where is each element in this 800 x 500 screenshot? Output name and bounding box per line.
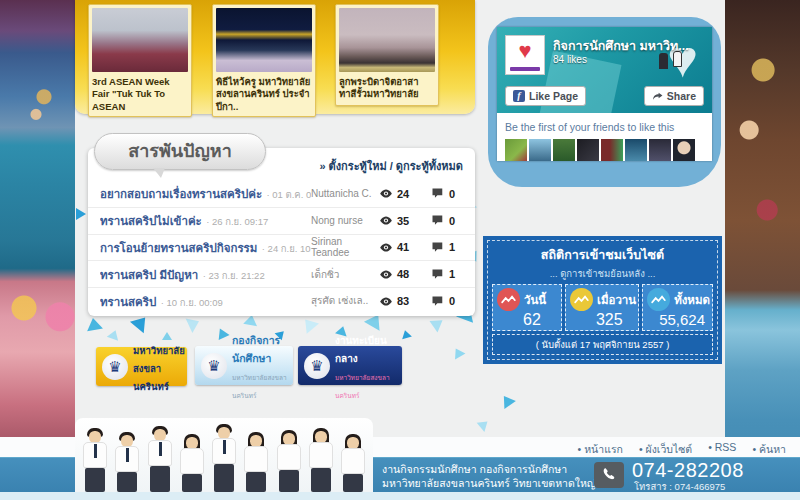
topic-date: 10 ก.ย. 00:09	[161, 297, 223, 308]
facebook-widget-container: ♥ ♥ กิจการนักศึกษา มหาวิท... 84 likes f …	[488, 17, 721, 187]
banner-registration[interactable]: ♛ งานทะเบียนกลาง มหาวิทยาลัยสงขลานครินทร…	[298, 346, 402, 385]
footer-address-line2: มหาวิทยาลัยสงขลานครินทร์ วิทยาเขตหาดใหญ่	[382, 477, 596, 489]
friend-avatar[interactable]	[577, 139, 599, 161]
student-figure	[307, 428, 335, 492]
footer-nav: หน้าแรก ผังเว็บไซต์ RSS ค้นหา	[578, 441, 786, 458]
footer-nav-search[interactable]: ค้นหา	[752, 441, 786, 458]
stat-chart-icon	[497, 288, 520, 311]
comment-icon	[431, 269, 445, 280]
topic-row[interactable]: ทรานสคริป 10 ก.ย. 00:09 สุรศัด เซ่งเล.. …	[88, 287, 475, 314]
news-thumbnail	[92, 8, 188, 72]
phone-icon	[594, 462, 624, 488]
psu-crest-icon: ♛	[304, 353, 330, 379]
topic-date: 23 ก.ย. 21:22	[203, 270, 265, 281]
topic-title[interactable]: อยากสอบถามเรื่องทรานสคริปค่ะ	[100, 188, 262, 200]
footer-address: งานกิจกรรมนักศึกษา กองกิจการนักศึกษา มหา…	[382, 462, 596, 490]
comment-icon	[431, 188, 445, 199]
friend-avatar[interactable]	[505, 139, 527, 161]
topic-row[interactable]: อยากสอบถามเรื่องทรานสคริปค่ะ 01 ต.ค. 09:…	[88, 181, 475, 207]
confetti-triangle	[76, 208, 86, 220]
facebook-social-context: Be the first of your friends to like thi…	[497, 113, 712, 161]
facebook-page-name[interactable]: กิจการนักศึกษา มหาวิท...	[553, 36, 689, 56]
eye-icon	[379, 242, 393, 253]
topic-row[interactable]: ทรานสคริป มีปัญหา 23 ก.ย. 21:22 เด็กซิ่ว…	[88, 260, 475, 287]
views-count: 24	[397, 188, 409, 200]
topic-date: 01 ต.ค. 09:23	[267, 189, 311, 200]
news-thumbnail	[216, 8, 312, 72]
friend-avatar[interactable]	[649, 139, 671, 161]
topic-author: Nuttanicha C.	[311, 188, 379, 200]
friend-avatar[interactable]	[601, 139, 623, 161]
news-caption: 3rd ASEAN Week Fair "Tuk Tuk To ASEAN	[92, 76, 188, 113]
banner-psu[interactable]: ♛ มหาวิทยาลัย สงขลานครินทร์	[96, 347, 187, 386]
news-caption: พิธีไหว้ครู มหาวิทยาลัยสงขลานครินทร์ ประ…	[216, 76, 312, 113]
stat-card-today: วันนี้ 62	[492, 284, 562, 331]
psu-crest-icon: ♛	[102, 354, 128, 380]
topic-row[interactable]: ทรานสคริปไม่เข้าค่ะ 26 ก.ย. 09:17 Nong n…	[88, 207, 475, 234]
stat-chart-icon	[647, 288, 670, 311]
share-icon	[652, 91, 663, 102]
footer-nav-sitemap[interactable]: ผังเว็บไซต์	[639, 441, 692, 458]
student-figure	[113, 432, 141, 492]
banner-line1: งานทะเบียนกลาง	[335, 335, 387, 364]
news-thumbnail	[339, 8, 435, 72]
student-figure	[210, 424, 238, 492]
forum-panel: สารพันปัญหา » ตั้งกระทู้ใหม่ / ดูกระทู้ท…	[88, 148, 475, 316]
news-card[interactable]: 3rd ASEAN Week Fair "Tuk Tuk To ASEAN	[88, 4, 192, 117]
footer-nav-home[interactable]: หน้าแรก	[578, 441, 623, 458]
topic-row[interactable]: การโอนย้ายทรานสคริปกิจกรรม 24 ก.ย. 10:56…	[88, 234, 475, 261]
footer-bottom-strip	[0, 492, 800, 500]
banner-line2: มหาวิทยาลัยสงขลานครินทร์	[232, 374, 287, 399]
news-card[interactable]: พิธีไหว้ครู มหาวิทยาลัยสงขลานครินทร์ ประ…	[212, 4, 316, 117]
comment-icon	[431, 215, 445, 226]
news-caption: ลูกพระบิดาจิตอาสา ทาสีรั้วมหาวิทยาลัย	[339, 76, 435, 102]
topic-date: 24 ก.ย. 10:56	[262, 243, 311, 254]
student-figure	[146, 426, 174, 492]
eye-icon	[379, 215, 393, 226]
topic-author: เด็กซิ่ว	[311, 269, 379, 281]
friend-avatars	[505, 139, 704, 161]
eye-icon	[379, 188, 393, 199]
eye-icon	[379, 296, 393, 307]
topic-title[interactable]: การโอนย้ายทรานสคริปกิจกรรม	[100, 242, 257, 254]
banner-line2: มหาวิทยาลัยสงขลานครินทร์	[335, 374, 390, 399]
facebook-page-plugin: ♥ ♥ กิจการนักศึกษา มหาวิท... 84 likes f …	[497, 27, 712, 161]
stat-value: 62	[523, 312, 559, 328]
forum-title: สารพันปัญหา	[128, 141, 232, 161]
news-card[interactable]: ลูกพระบิดาจิตอาสา ทาสีรั้วมหาวิทยาลัย	[335, 4, 439, 106]
topic-date: 26 ก.ย. 09:17	[206, 216, 268, 227]
facebook-page-avatar[interactable]: ♥	[505, 35, 545, 75]
friend-avatar[interactable]	[553, 139, 575, 161]
banner-student-affairs[interactable]: ♛ กองกิจการนักศึกษา มหาวิทยาลัยสงขลานคริ…	[195, 346, 293, 385]
banner-line1: มหาวิทยาลัย	[133, 345, 185, 356]
topic-author: Sirinan Teandee	[311, 236, 379, 259]
facebook-like-page-button[interactable]: f Like Page	[505, 86, 586, 106]
friend-avatar[interactable]	[529, 139, 551, 161]
stat-value: 325	[596, 312, 636, 328]
background-photo-right	[718, 0, 800, 500]
topic-title[interactable]: ทรานสคริปไม่เข้าค่ะ	[100, 215, 202, 227]
comments-count: 1	[449, 268, 455, 280]
stat-label: ทั้งหมด	[674, 291, 710, 309]
stat-card-total: ทั้งหมด 55,624	[642, 284, 713, 331]
forum-actions-link[interactable]: » ตั้งกระทู้ใหม่ / ดูกระทู้ทั้งหมด	[319, 157, 463, 175]
footer-address-line1: งานกิจกรรมนักศึกษา กองกิจการนักศึกษา	[382, 463, 567, 475]
heart-icon: ♥	[506, 36, 544, 66]
student-figure	[275, 430, 303, 492]
topic-title[interactable]: ทรานสคริป	[100, 296, 156, 308]
stat-card-yesterday: เมื่อวาน 325	[565, 284, 639, 331]
facebook-share-button[interactable]: Share	[644, 86, 704, 106]
stats-note: ( นับตั้งแต่ 17 พฤศจิกายน 2557 )	[492, 334, 713, 355]
stats-history-link[interactable]: ... ดูการเข้าชมย้อนหลัง ...	[492, 266, 713, 281]
stat-value: 55,624	[659, 312, 710, 327]
forum-title-bubble: สารพันปัญหา	[94, 133, 266, 170]
topic-title[interactable]: ทรานสคริป มีปัญหา	[100, 269, 198, 281]
friend-avatar[interactable]	[673, 139, 695, 161]
banner-line1: กองกิจการนักศึกษา	[232, 334, 280, 364]
footer-nav-rss[interactable]: RSS	[708, 441, 736, 458]
page: 3rd ASEAN Week Fair "Tuk Tuk To ASEAN พิ…	[0, 0, 800, 500]
topic-author: สุรศัด เซ่งเล..	[311, 295, 379, 307]
friend-avatar[interactable]	[625, 139, 647, 161]
eye-icon	[379, 269, 393, 280]
views-count: 35	[397, 215, 409, 227]
